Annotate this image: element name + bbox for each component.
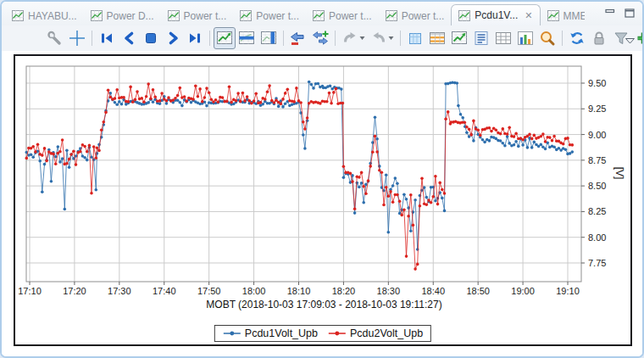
tab-label: Power t... bbox=[329, 10, 372, 22]
legend-label: Pcdu2Volt_Upb bbox=[350, 327, 423, 339]
minimize-icon[interactable] bbox=[605, 8, 615, 18]
chevron-right-icon bbox=[164, 30, 181, 47]
x-tick-label: 19:10 bbox=[556, 286, 580, 296]
inspect-data-button[interactable] bbox=[536, 27, 558, 49]
jump-to-end-button[interactable] bbox=[184, 27, 206, 49]
tab-chart-icon bbox=[12, 10, 24, 21]
caret-down-icon[interactable] bbox=[388, 36, 394, 41]
x-tick-label: 19:00 bbox=[511, 286, 535, 296]
x-tick-label: 17:40 bbox=[153, 286, 176, 296]
tab-mmega[interactable]: MMEGA ... bbox=[541, 6, 586, 25]
properties-button[interactable] bbox=[44, 27, 66, 49]
redo-button[interactable] bbox=[368, 27, 397, 49]
tab-powert[interactable]: Power t... bbox=[306, 6, 379, 25]
tab-label: Power t... bbox=[184, 10, 227, 22]
y-tick-label: 8.00 bbox=[588, 232, 606, 243]
skip-start-icon bbox=[98, 30, 115, 47]
y-tick-label: 9.50 bbox=[588, 78, 606, 88]
toolbar-separator bbox=[335, 31, 336, 46]
x-tick-label: 18:50 bbox=[466, 286, 490, 296]
stop-button[interactable] bbox=[140, 27, 162, 49]
tab-powert[interactable]: Power t... bbox=[161, 6, 234, 25]
x-tick-label: 17:30 bbox=[108, 286, 131, 296]
tab-pcdu1v[interactable]: Pcdu1V...✕ bbox=[451, 4, 540, 25]
maximize-icon[interactable] bbox=[625, 8, 635, 18]
line-chart-button[interactable] bbox=[448, 27, 470, 49]
tab-label: Power t... bbox=[402, 10, 445, 22]
x-tick-label: 18:00 bbox=[242, 286, 266, 296]
bar-chart-icon bbox=[517, 30, 534, 47]
x-tick-label: 18:30 bbox=[377, 286, 401, 296]
stop-icon bbox=[142, 30, 159, 47]
table-icon bbox=[429, 30, 446, 47]
x-axis-title: MOBT (2018-10-03 17:09:03 - 2018-10-03 1… bbox=[206, 299, 441, 310]
plot-border bbox=[26, 66, 581, 282]
y-tick-label: 9.00 bbox=[588, 130, 606, 140]
tab-chart-icon bbox=[386, 10, 397, 21]
tab-list: HAYABU...Power D...Power t...Power t...P… bbox=[5, 2, 585, 25]
toolbar-separator bbox=[92, 31, 92, 46]
x-tick-label: 18:40 bbox=[421, 286, 445, 296]
legend-item-pcdu2volt_upb: Pcdu2Volt_Upb bbox=[328, 327, 423, 339]
y-tick-label: 9.25 bbox=[588, 103, 606, 114]
view-tab-bar: HAYABU...Power D...Power t...Power t...P… bbox=[2, 2, 642, 25]
bar-chart-button[interactable] bbox=[514, 27, 536, 49]
undo-icon bbox=[341, 30, 358, 47]
chart-mode-line-button[interactable] bbox=[214, 27, 236, 49]
tab-hayabu[interactable]: HAYABU... bbox=[5, 6, 84, 25]
window-controls bbox=[605, 8, 635, 18]
report-button[interactable] bbox=[470, 27, 492, 49]
y-tick-label: 8.25 bbox=[588, 206, 606, 216]
step-forward-button[interactable] bbox=[162, 27, 184, 49]
freeze-button[interactable] bbox=[404, 27, 426, 49]
grid-icon bbox=[495, 30, 512, 47]
legend-item-pcdu1volt_upb: Pcdu1Volt_Upb bbox=[223, 327, 318, 339]
chart-vertical-icon bbox=[260, 30, 277, 47]
chart-canvas[interactable]: 17:1017:2017:3017:4017:5018:0018:1018:20… bbox=[15, 56, 630, 344]
grid-view-button[interactable] bbox=[492, 27, 514, 49]
toolbar-separator bbox=[562, 31, 563, 46]
tab-chart-icon bbox=[91, 10, 103, 21]
tab-powert[interactable]: Power t... bbox=[233, 6, 306, 25]
tab-chart-icon bbox=[458, 10, 470, 21]
chart-mode-horizontal-button[interactable] bbox=[236, 27, 258, 49]
app-window: HAYABU...Power D...Power t...Power t...P… bbox=[0, 0, 644, 358]
tab-chart-icon bbox=[313, 10, 325, 21]
expand-range-button[interactable] bbox=[309, 27, 331, 49]
content-area: 17:1017:2017:3017:4017:5018:0018:1018:20… bbox=[2, 51, 642, 356]
crosshair-button[interactable] bbox=[66, 27, 88, 49]
chart-line-mode-icon bbox=[216, 30, 233, 47]
arrow-left-remove-icon bbox=[289, 30, 308, 47]
close-icon[interactable]: ✕ bbox=[525, 10, 532, 21]
chart-panel: 17:1017:2017:3017:4017:5018:0018:1018:20… bbox=[14, 54, 632, 346]
tab-powert[interactable]: Power t... bbox=[379, 6, 452, 25]
refresh-icon bbox=[569, 30, 586, 47]
lock-button[interactable] bbox=[588, 27, 610, 49]
y-axis-title: [V] bbox=[613, 167, 625, 180]
chart-mode-vertical-button[interactable] bbox=[258, 27, 280, 49]
tab-chart-icon bbox=[547, 10, 559, 21]
lock-icon bbox=[591, 30, 608, 47]
chevron-down-icon[interactable] bbox=[625, 33, 636, 48]
y-tick-label: 8.75 bbox=[588, 155, 606, 165]
plus-crosshair-icon bbox=[68, 29, 86, 48]
legend-marker-icon bbox=[223, 330, 242, 337]
chart-legend: Pcdu1Volt_UpbPcdu2Volt_Upb bbox=[214, 325, 431, 342]
shift-left-button[interactable] bbox=[287, 27, 309, 49]
y-tick-label: 7.75 bbox=[588, 258, 606, 268]
skip-end-icon bbox=[186, 30, 203, 47]
chart-green-icon bbox=[451, 30, 468, 47]
legend-label: Pcdu1Volt_Upb bbox=[245, 327, 318, 339]
tab-label: HAYABU... bbox=[28, 10, 77, 22]
x-tick-label: 17:20 bbox=[63, 286, 86, 296]
caret-down-icon[interactable] bbox=[359, 36, 365, 41]
refresh-button[interactable] bbox=[566, 27, 588, 49]
x-tick-label: 17:10 bbox=[18, 286, 42, 296]
data-table-button[interactable] bbox=[426, 27, 448, 49]
tab-label: MMEGA ... bbox=[564, 10, 586, 22]
step-back-button[interactable] bbox=[118, 27, 140, 49]
tab-powerd[interactable]: Power D... bbox=[84, 6, 161, 25]
jump-to-start-button[interactable] bbox=[96, 27, 118, 49]
undo-button[interactable] bbox=[339, 27, 368, 49]
tab-label: Power t... bbox=[256, 10, 299, 22]
